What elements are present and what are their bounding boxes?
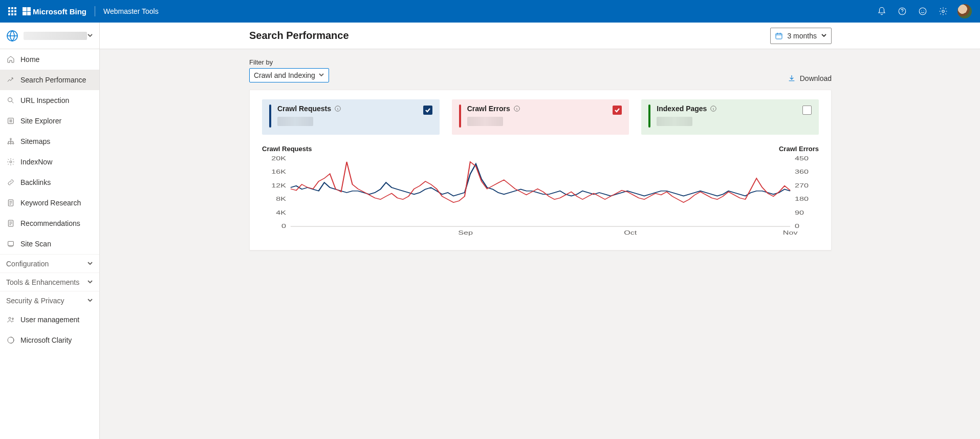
- site-name-redacted: [24, 32, 87, 40]
- chevron-down-icon: [318, 71, 324, 79]
- main-area: Search Performance 3 months Filter by Cr…: [100, 23, 980, 439]
- metric-tile-indexed pages[interactable]: Indexed Pages: [641, 99, 819, 135]
- chart: 04K8K12K16K20K090180270360450SepOctNov: [262, 156, 819, 238]
- sidebar-item-site scan[interactable]: Site Scan: [0, 234, 99, 254]
- feedback-button[interactable]: [912, 0, 933, 23]
- header-actions: [872, 0, 976, 23]
- svg-point-1: [902, 13, 902, 13]
- report-card: Crawl Requests Crawl Errors Indexed Page…: [249, 90, 832, 250]
- sidebar-item-site explorer[interactable]: Site Explorer: [0, 111, 99, 131]
- content-header: Search Performance 3 months: [100, 23, 980, 49]
- sitemap-icon: [6, 137, 15, 146]
- sidebar-item-indexnow[interactable]: IndexNow: [0, 152, 99, 172]
- chart-right-title: Crawl Errors: [779, 145, 819, 153]
- download-button[interactable]: Download: [788, 74, 832, 82]
- metric-toggle-blue[interactable]: [423, 106, 432, 115]
- filter-group: Filter by Crawl and Indexing: [249, 58, 329, 82]
- svg-text:8K: 8K: [276, 196, 287, 202]
- notifications-button[interactable]: [872, 0, 892, 23]
- list-icon: [6, 116, 15, 126]
- sidebar-item-backlinks[interactable]: Backlinks: [0, 172, 99, 193]
- waffle-icon: [8, 7, 16, 15]
- sidebar-group-configuration[interactable]: Configuration: [0, 254, 99, 273]
- svg-point-17: [9, 317, 11, 319]
- sidebar-item-keyword research[interactable]: Keyword Research: [0, 193, 99, 213]
- sidebar-item-url inspection[interactable]: URL Inspection: [0, 90, 99, 111]
- sidebar-group-label: Security & Privacy: [6, 297, 64, 305]
- sidebar-group-security-privacy[interactable]: Security & Privacy: [0, 291, 99, 309]
- chevron-down-icon: [87, 260, 93, 268]
- date-range-value: 3 months: [787, 32, 817, 40]
- sidebar-item-label: Sitemaps: [20, 137, 50, 145]
- sidebar-item-label: Keyword Research: [20, 199, 81, 207]
- metric-toggle-red[interactable]: [613, 106, 622, 115]
- app-launcher-button[interactable]: [4, 0, 20, 23]
- info-icon: [334, 105, 341, 112]
- sidebar-item-label: Site Scan: [20, 240, 51, 248]
- app-header: Microsoft Bing Webmaster Tools: [0, 0, 980, 23]
- metric-title: Crawl Errors: [467, 104, 622, 113]
- svg-point-3: [921, 10, 922, 11]
- svg-text:360: 360: [795, 169, 809, 175]
- filter-select[interactable]: Crawl and Indexing: [249, 68, 329, 82]
- chart-header: Crawl Requests Crawl Errors: [262, 145, 819, 153]
- sidebar-item-label: Recommendations: [20, 219, 80, 227]
- date-range-select[interactable]: 3 months: [770, 28, 832, 44]
- user-icon: [6, 315, 15, 324]
- filter-label: Filter by: [249, 58, 329, 66]
- sidebar-item-recommendations[interactable]: Recommendations: [0, 213, 99, 234]
- brand-separator: [95, 6, 95, 16]
- clarity-icon: [6, 336, 15, 345]
- info-icon: [513, 105, 520, 112]
- svg-text:Sep: Sep: [458, 229, 473, 236]
- svg-point-11: [10, 143, 12, 144]
- svg-text:Nov: Nov: [783, 229, 798, 236]
- metric-value-redacted: [467, 117, 622, 128]
- link-icon: [6, 178, 15, 187]
- page-title: Search Performance: [249, 30, 770, 41]
- svg-rect-20: [776, 33, 782, 39]
- settings-button[interactable]: [933, 0, 953, 23]
- sidebar-item-search performance[interactable]: Search Performance: [0, 70, 99, 90]
- svg-text:90: 90: [795, 209, 804, 216]
- filter-value: Crawl and Indexing: [254, 71, 315, 79]
- user-avatar[interactable]: [957, 4, 972, 18]
- bell-icon: [877, 7, 886, 16]
- site-picker[interactable]: [0, 23, 99, 49]
- scan-icon: [6, 239, 15, 248]
- metric-accent-bar: [459, 104, 461, 128]
- svg-point-12: [12, 143, 14, 144]
- download-icon: [788, 74, 796, 82]
- metric-tile-crawl requests[interactable]: Crawl Requests: [262, 99, 440, 135]
- chevron-down-icon: [821, 32, 827, 40]
- sidebar-item-sitemaps[interactable]: Sitemaps: [0, 131, 99, 152]
- metric-toggle-green[interactable]: [802, 106, 812, 115]
- metric-row: Crawl Requests Crawl Errors Indexed Page…: [262, 99, 819, 135]
- svg-text:12K: 12K: [271, 182, 287, 189]
- sidebar-item-user management[interactable]: User management: [0, 309, 99, 330]
- svg-point-2: [919, 8, 926, 15]
- sidebar-item-label: Site Explorer: [20, 117, 61, 125]
- sidebar-item-label: Search Performance: [20, 76, 86, 84]
- globe-icon: [6, 30, 18, 42]
- doc-icon: [6, 198, 15, 207]
- sidebar-group-tools-enhancements[interactable]: Tools & Enhancements: [0, 273, 99, 291]
- trend-icon: [6, 75, 15, 85]
- sidebar-item-home[interactable]: Home: [0, 49, 99, 70]
- help-button[interactable]: [892, 0, 912, 23]
- info-icon: [710, 105, 717, 112]
- sidebar-item-label: IndexNow: [20, 158, 52, 166]
- bing-logo[interactable]: Microsoft Bing: [23, 7, 86, 16]
- svg-point-9: [10, 138, 12, 140]
- sidebar-item-microsoft clarity[interactable]: Microsoft Clarity: [0, 330, 99, 350]
- gear-icon: [6, 157, 15, 166]
- svg-text:270: 270: [795, 182, 809, 189]
- svg-text:4K: 4K: [276, 209, 287, 216]
- sidebar-group-label: Configuration: [6, 260, 49, 268]
- brand-secondary[interactable]: Webmaster Tools: [103, 7, 159, 15]
- svg-text:180: 180: [795, 196, 809, 202]
- metric-accent-bar: [269, 104, 271, 128]
- metric-tile-crawl errors[interactable]: Crawl Errors: [452, 99, 629, 135]
- download-label: Download: [800, 74, 832, 82]
- svg-point-7: [8, 98, 12, 102]
